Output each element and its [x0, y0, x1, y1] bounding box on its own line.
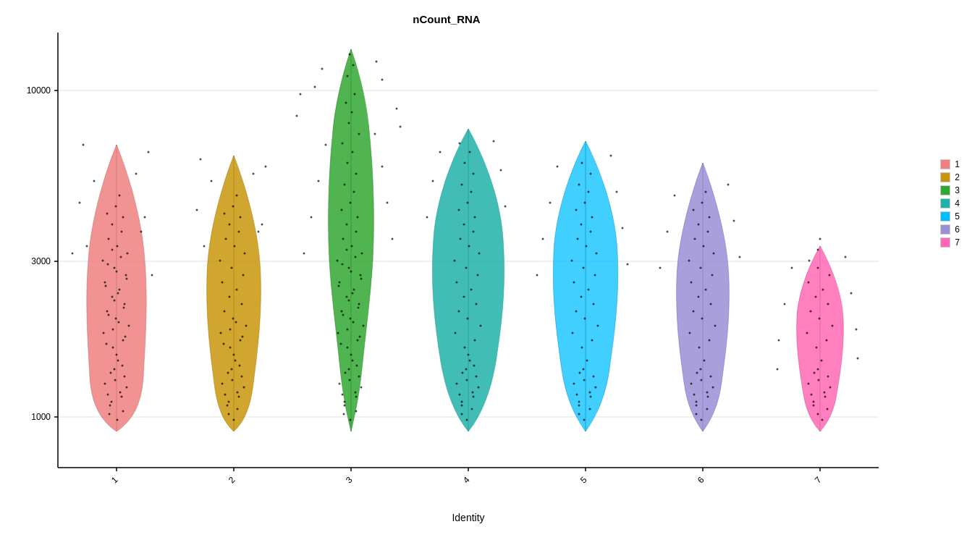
svg-point-350	[703, 245, 705, 248]
svg-point-381	[806, 332, 808, 334]
svg-point-105	[229, 347, 232, 349]
svg-point-123	[240, 216, 242, 219]
svg-point-46	[115, 318, 117, 320]
svg-point-89	[126, 278, 128, 280]
svg-point-374	[827, 376, 829, 378]
svg-point-397	[856, 329, 858, 331]
svg-point-178	[344, 184, 346, 186]
svg-point-198	[296, 115, 298, 117]
svg-point-229	[355, 410, 358, 413]
svg-text:Identity: Identity	[452, 512, 484, 523]
svg-point-58	[121, 231, 123, 233]
svg-point-398	[777, 368, 779, 371]
svg-point-285	[586, 360, 588, 362]
svg-point-77	[110, 372, 112, 374]
svg-point-286	[576, 394, 578, 396]
svg-point-239	[474, 339, 476, 342]
svg-point-376	[821, 360, 823, 362]
svg-point-283	[593, 376, 595, 378]
svg-point-136	[237, 408, 239, 410]
svg-point-323	[583, 419, 586, 421]
svg-point-338	[689, 332, 691, 334]
legend-color-5	[940, 211, 950, 222]
svg-point-92	[120, 256, 122, 258]
svg-point-95	[109, 413, 111, 415]
svg-point-277	[462, 372, 464, 374]
svg-point-168	[337, 260, 339, 262]
svg-point-40	[107, 394, 109, 396]
svg-point-299	[583, 267, 585, 269]
svg-point-169	[361, 253, 363, 255]
svg-point-399	[857, 358, 859, 360]
svg-point-400	[817, 413, 819, 415]
svg-point-405	[818, 379, 820, 381]
svg-text:5: 5	[578, 475, 589, 486]
svg-point-290	[572, 332, 574, 334]
legend-label-5: 5	[955, 211, 960, 222]
svg-point-298	[594, 274, 596, 277]
svg-point-231	[473, 396, 475, 398]
svg-point-181	[352, 151, 354, 153]
svg-point-333	[704, 360, 706, 362]
legend-item-7: 7	[940, 237, 960, 248]
svg-point-241	[480, 325, 482, 327]
svg-point-246	[470, 289, 473, 291]
svg-point-110	[224, 311, 226, 313]
svg-point-234	[465, 368, 468, 371]
svg-point-271	[461, 413, 463, 415]
svg-point-360	[667, 231, 669, 233]
svg-point-384	[810, 311, 812, 313]
svg-point-159	[363, 325, 365, 327]
svg-point-268	[500, 169, 502, 172]
svg-point-325	[589, 392, 591, 394]
svg-point-68	[79, 202, 81, 204]
svg-point-308	[584, 202, 586, 204]
svg-point-154	[342, 394, 344, 396]
svg-point-345	[690, 282, 693, 284]
svg-point-175	[341, 209, 343, 211]
svg-point-262	[464, 162, 466, 164]
svg-point-295	[580, 296, 583, 298]
svg-point-114	[221, 282, 224, 284]
svg-point-222	[360, 278, 363, 280]
svg-point-244	[476, 303, 478, 305]
svg-point-261	[473, 173, 475, 175]
svg-point-353	[698, 224, 700, 226]
svg-point-401	[827, 408, 829, 410]
svg-point-202	[321, 68, 324, 70]
svg-point-294	[593, 303, 595, 305]
svg-point-236	[459, 394, 461, 396]
svg-point-273	[466, 419, 468, 421]
svg-point-192	[311, 216, 313, 219]
svg-point-66	[86, 245, 88, 248]
svg-point-266	[493, 140, 495, 143]
svg-point-258	[467, 202, 469, 204]
svg-point-199	[400, 126, 402, 128]
svg-point-373	[808, 383, 810, 385]
svg-point-240	[455, 332, 457, 334]
svg-point-371	[813, 405, 815, 407]
svg-point-297	[573, 282, 575, 284]
svg-point-183	[358, 133, 360, 135]
svg-point-312	[581, 162, 583, 164]
svg-point-225	[355, 256, 357, 258]
svg-point-243	[458, 311, 460, 313]
svg-point-256	[474, 216, 476, 219]
svg-point-62	[115, 206, 117, 208]
svg-point-106	[240, 339, 242, 342]
svg-point-377	[811, 394, 813, 396]
svg-point-356	[701, 202, 704, 204]
svg-point-191	[381, 166, 384, 168]
legend-label-1: 1	[955, 159, 960, 169]
svg-point-81	[124, 336, 127, 338]
svg-point-149	[355, 396, 358, 398]
svg-text:4: 4	[461, 475, 472, 486]
legend-label-4: 4	[955, 198, 960, 208]
svg-point-383	[819, 318, 821, 320]
svg-point-238	[464, 347, 466, 349]
svg-point-34	[109, 405, 111, 407]
svg-point-389	[829, 274, 831, 277]
svg-point-57	[108, 238, 110, 240]
svg-point-237	[478, 387, 480, 389]
svg-point-254	[473, 231, 475, 233]
